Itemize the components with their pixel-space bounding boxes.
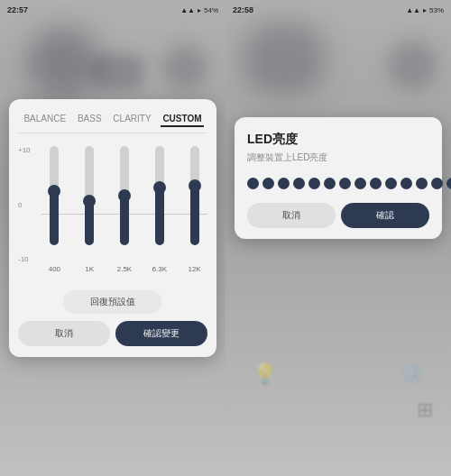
led-dot-1 [247,178,259,189]
right-bg-shape-2 [388,41,437,90]
eq-tabs: BALANCE BASS CLARITY CUSTOM [18,112,207,133]
freq-25k: 2.5K [112,265,138,273]
left-status-right: ▲▲ ▸ 54% [180,6,218,14]
led-dot-3 [278,178,290,189]
led-dot-4 [293,178,305,189]
slider-fill-63k [155,188,164,245]
slider-track-400[interactable] [50,146,59,245]
led-dialog-card: LED亮度 調整裝置上LED亮度 15 取消 確認 [235,117,442,239]
slider-track-12k[interactable] [190,146,199,245]
led-cancel-button[interactable]: 取消 [247,203,336,228]
led-dot-7 [339,178,351,189]
led-dot-11 [400,178,412,189]
led-dot-10 [385,178,397,189]
led-dot-13 [431,178,443,189]
eq-freq-labels: 400 1K 2.5K 6.3K 12K [41,265,207,273]
right-signal-icon: ▲▲ [406,6,420,14]
eq-slider-1k[interactable] [77,146,103,263]
bg-shape-1 [27,27,99,99]
eq-cancel-button[interactable]: 取消 [18,321,110,346]
right-phone-panel: 💡 ⚙️ ⊞ 22:58 ▲▲ ▸ 53% LED亮度 調整裝置上LED亮度 [226,0,451,476]
led-dot-6 [324,178,336,189]
slider-thumb-1k[interactable] [83,195,96,207]
eq-slider-400[interactable] [41,146,68,263]
led-dot-5 [308,178,320,189]
bg-settings-icon: ⚙️ [400,362,424,386]
led-dot-9 [370,178,382,189]
right-time: 22:58 [233,5,253,14]
right-wifi-icon: ▸ [423,6,427,14]
left-phone-panel: 22:57 ▲▲ ▸ 54% BALANCE BASS CLARITY CUST… [0,0,226,476]
reset-button[interactable]: 回復預設值 [63,290,162,314]
slider-track-1k[interactable] [85,146,94,245]
led-dot-12 [416,178,428,189]
eq-slider-63k[interactable] [146,146,172,263]
left-time: 22:57 [7,5,28,14]
tab-bass[interactable]: BASS [76,112,104,127]
freq-63k: 6.3K [146,265,172,273]
y-label-bot: -10 [18,255,38,263]
bg-grid-icon: ⊞ [417,398,433,422]
slider-fill-1k [85,201,94,246]
slider-fill-12k [190,186,199,245]
left-wifi-icon: ▸ [198,6,201,14]
led-confirm-button[interactable]: 確認 [341,203,429,228]
eq-action-buttons: 取消 確認變更 [18,321,207,346]
right-battery: 53% [429,6,444,14]
led-dot-8 [354,178,366,189]
led-dialog-title: LED亮度 [247,132,429,148]
right-status-right: ▲▲ ▸ 53% [406,6,444,14]
slider-track-63k[interactable] [155,146,164,245]
slider-thumb-400[interactable] [48,185,60,197]
left-status-bar: 22:57 ▲▲ ▸ 54% [0,0,226,20]
freq-400: 400 [41,265,68,273]
eq-slider-12k[interactable] [181,146,207,263]
slider-thumb-12k[interactable] [189,179,201,192]
slider-fill-25k [120,196,129,245]
slider-track-25k[interactable] [120,146,129,245]
slider-thumb-25k[interactable] [118,189,131,202]
bg-shape-3 [90,54,144,90]
slider-fill-400 [50,191,59,246]
eq-y-labels: +10 0 -10 [18,146,38,263]
slider-thumb-63k[interactable] [153,181,166,194]
eq-slider-25k[interactable] [112,146,138,263]
right-bg-shape-1 [244,23,325,95]
y-label-mid: 0 [18,201,38,209]
tab-custom[interactable]: CUSTOM [161,112,203,127]
eq-confirm-button[interactable]: 確認變更 [115,321,207,346]
bg-lightbulb-icon: 💡 [253,362,277,386]
tab-balance[interactable]: BALANCE [22,112,68,127]
left-signal-icon: ▲▲ [180,6,195,14]
left-battery: 54% [204,6,218,14]
y-label-top: +10 [18,146,38,154]
tab-clarity[interactable]: CLARITY [111,112,152,127]
right-status-bar: 22:58 ▲▲ ▸ 53% [226,0,451,20]
eq-sliders-row [41,146,207,263]
freq-1k: 1K [77,265,103,273]
led-action-buttons: 取消 確認 [247,203,429,228]
led-dots-row: 15 [247,177,429,190]
led-dot-2 [262,178,274,189]
led-dialog-subtitle: 調整裝置上LED亮度 [247,151,429,164]
eq-sliders-area: +10 0 -10 [18,146,207,281]
eq-card: BALANCE BASS CLARITY CUSTOM +10 0 -10 [9,99,216,357]
bg-shape-2 [162,45,207,90]
freq-12k: 12K [181,265,207,273]
